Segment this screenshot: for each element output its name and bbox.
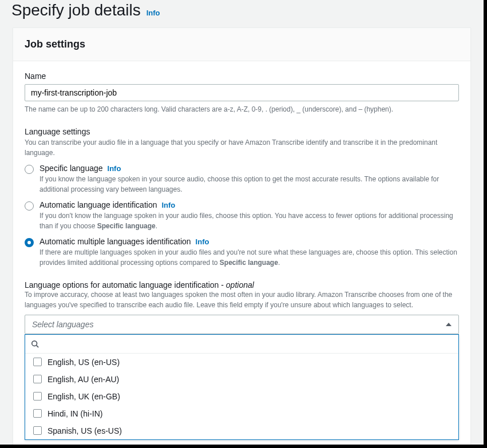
radio-desc: If you don't know the language spoken in… bbox=[39, 211, 459, 231]
radio-desc: If you know the language spoken in your … bbox=[39, 174, 459, 195]
checkbox[interactable] bbox=[33, 392, 42, 401]
option-label: English, US (en-US) bbox=[47, 358, 120, 367]
radio-auto-language[interactable]: Automatic language identification Info I… bbox=[25, 200, 459, 231]
language-options-label-optional: optional bbox=[226, 280, 254, 290]
language-select-box[interactable]: Select languages bbox=[25, 315, 459, 334]
language-option[interactable]: English, UK (en-GB) bbox=[25, 388, 458, 405]
radio-label: Specific language bbox=[39, 164, 103, 173]
name-field-group: Name The name can be up to 200 character… bbox=[25, 72, 459, 114]
language-option[interactable]: English, US (en-US) bbox=[25, 354, 458, 371]
option-label: English, UK (en-GB) bbox=[47, 392, 120, 401]
radio-info-link[interactable]: Info bbox=[161, 201, 175, 209]
checkbox[interactable] bbox=[33, 375, 42, 383]
option-label: English, AU (en-AU) bbox=[47, 375, 119, 384]
svg-line-1 bbox=[37, 345, 39, 347]
radio-specific-language[interactable]: Specific language Info If you know the l… bbox=[25, 164, 459, 195]
option-label: Hindi, IN (hi-IN) bbox=[47, 409, 102, 418]
name-label: Name bbox=[25, 72, 459, 81]
radio-desc-suffix: . bbox=[278, 259, 280, 267]
name-helper-text: The name can be up to 200 characters lon… bbox=[25, 105, 459, 114]
radio-button[interactable] bbox=[25, 165, 34, 174]
language-options-list: English, US (en-US) English, AU (en-AU) … bbox=[25, 354, 458, 439]
radio-button[interactable] bbox=[25, 201, 34, 211]
radio-label: Automatic multiple languages identificat… bbox=[39, 237, 191, 246]
language-settings-desc: You can transcribe your audio file in a … bbox=[25, 137, 459, 158]
checkbox[interactable] bbox=[33, 409, 42, 418]
language-options-desc: To improve accuracy, choose at least two… bbox=[25, 290, 459, 310]
language-option[interactable]: Hindi, IN (hi-IN) bbox=[25, 405, 458, 422]
radio-desc-bold: Specific language bbox=[220, 259, 278, 267]
language-options-label: Language options for automatic language … bbox=[25, 280, 459, 290]
language-dropdown: English, US (en-US) English, AU (en-AU) … bbox=[25, 334, 459, 440]
language-settings-label: Language settings bbox=[25, 127, 459, 136]
radio-content: Automatic multiple languages identificat… bbox=[39, 237, 459, 268]
svg-point-0 bbox=[32, 341, 37, 346]
radio-desc: If there are multiple languages spoken i… bbox=[39, 247, 459, 268]
panel-title: Job settings bbox=[25, 38, 459, 50]
job-settings-panel: Job settings Name The name can be up to … bbox=[13, 27, 471, 445]
radio-info-link[interactable]: Info bbox=[196, 237, 209, 246]
page-header: Specify job details Info bbox=[0, 0, 484, 27]
panel-body: Name The name can be up to 200 character… bbox=[13, 61, 470, 445]
radio-desc-suffix: . bbox=[156, 222, 157, 230]
radio-auto-multi-language[interactable]: Automatic multiple languages identificat… bbox=[25, 237, 459, 268]
caret-up-icon bbox=[446, 323, 452, 326]
language-search-input[interactable] bbox=[43, 338, 453, 350]
language-options-label-main: Language options for automatic language … bbox=[25, 280, 226, 290]
language-option[interactable]: Spanish, US (es-US) bbox=[25, 422, 458, 439]
radio-button-selected[interactable] bbox=[25, 238, 34, 247]
radio-content: Automatic language identification Info I… bbox=[39, 200, 459, 231]
radio-desc-bold: Specific language bbox=[97, 222, 156, 230]
page-root: Specify job details Info Job settings Na… bbox=[0, 0, 484, 445]
page-title: Specify job details bbox=[11, 1, 141, 19]
radio-label: Automatic language identification bbox=[39, 200, 157, 209]
panel-header: Job settings bbox=[13, 28, 470, 61]
radio-content: Specific language Info If you know the l… bbox=[39, 164, 459, 195]
checkbox[interactable] bbox=[33, 358, 42, 366]
option-label: Spanish, US (es-US) bbox=[47, 426, 122, 435]
radio-info-link[interactable]: Info bbox=[108, 164, 121, 173]
language-search-row bbox=[25, 335, 458, 354]
name-input[interactable] bbox=[25, 84, 459, 101]
page-info-link[interactable]: Info bbox=[147, 9, 160, 17]
language-option[interactable]: English, AU (en-AU) bbox=[25, 371, 458, 388]
search-icon bbox=[31, 340, 39, 348]
checkbox[interactable] bbox=[33, 426, 42, 435]
language-select-placeholder: Select languages bbox=[32, 320, 93, 329]
